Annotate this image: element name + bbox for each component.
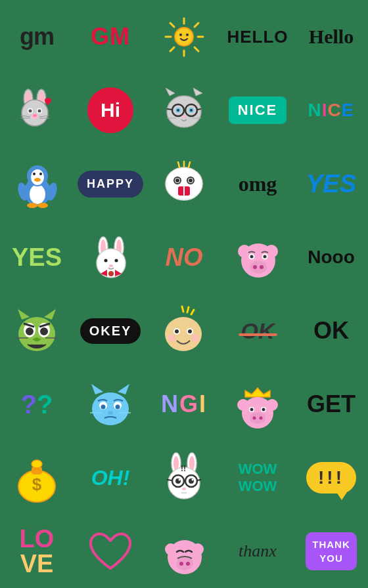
svg-point-90 (26, 327, 34, 335)
ok-strikethrough-text: OK (241, 318, 275, 343)
ghost-blob-icon (160, 161, 209, 207)
text-gm-upper: GM (91, 23, 130, 51)
text-gm-lower: gm (20, 23, 54, 51)
cell-cat-bunny[interactable] (0, 74, 74, 147)
heart-icon (87, 530, 133, 573)
cell-get[interactable]: GET (294, 368, 368, 441)
cell-sun[interactable] (147, 0, 221, 74)
svg-text:$: $ (32, 474, 42, 494)
green-cat-icon (11, 305, 62, 356)
cell-cat-glasses[interactable] (147, 74, 221, 147)
svg-line-139 (197, 480, 201, 480)
cell-pig-crown[interactable] (221, 368, 294, 441)
text-hello-bold: HELLO (227, 27, 288, 47)
cell-ngi[interactable]: NGI (147, 368, 221, 441)
svg-point-9 (179, 33, 182, 36)
cell-oh[interactable]: OH! (74, 441, 147, 514)
hi-bubble: Hi (87, 87, 133, 133)
svg-marker-85 (18, 309, 30, 320)
svg-line-98 (191, 310, 194, 314)
blob-girl-icon (158, 305, 210, 356)
svg-point-103 (188, 329, 192, 333)
cell-bunny-glasses[interactable]: !! (147, 441, 221, 514)
cat-glasses-icon (158, 84, 210, 136)
svg-point-52 (27, 203, 37, 208)
cell-pig-face[interactable] (221, 220, 294, 294)
svg-point-8 (175, 28, 193, 46)
cell-gm-lower[interactable]: gm (0, 0, 74, 74)
cell-exclaim-bubble[interactable]: !!! (294, 441, 368, 514)
cell-okey-bubble[interactable]: OKEY (74, 294, 147, 368)
cat-bunny-icon (11, 84, 63, 136)
money-bag-icon: $ (13, 452, 60, 503)
cell-no-orange[interactable]: NO (147, 220, 221, 294)
svg-point-123 (250, 412, 265, 424)
svg-point-49 (34, 178, 41, 182)
cell-blob-girl[interactable] (147, 294, 221, 368)
cell-question-marks[interactable]: ?? (0, 368, 74, 441)
svg-line-5 (195, 47, 198, 51)
svg-point-38 (182, 116, 186, 118)
svg-text:!!: !! (181, 464, 186, 473)
svg-point-111 (101, 405, 106, 410)
cell-heart[interactable] (74, 514, 147, 588)
cell-love[interactable]: LO VE (0, 514, 74, 588)
cell-yes-green[interactable]: YES (0, 220, 74, 294)
text-hello-normal: Hello (309, 26, 354, 48)
svg-point-73 (109, 264, 113, 267)
svg-line-33 (197, 109, 201, 110)
cell-omg[interactable]: omg (221, 147, 294, 220)
svg-point-152 (186, 562, 190, 566)
svg-line-32 (167, 109, 172, 110)
cell-ok-strikethrough[interactable]: OK (221, 294, 294, 368)
svg-point-108 (92, 392, 129, 425)
cell-ok-bold[interactable]: OK (294, 294, 368, 368)
question-marks-text: ?? (21, 390, 53, 419)
cell-wow[interactable]: WOWWOW (221, 441, 294, 514)
cell-pig-smile[interactable] (147, 514, 221, 588)
cell-hello-normal[interactable]: Hello (294, 0, 368, 74)
svg-point-128 (32, 460, 42, 468)
svg-point-18 (29, 110, 32, 113)
svg-marker-107 (118, 384, 129, 394)
cell-hi-bubble[interactable]: Hi (74, 74, 147, 147)
cell-bunny-bow[interactable] (74, 220, 147, 294)
svg-point-122 (262, 408, 265, 411)
pig-crown-icon (232, 379, 283, 430)
svg-point-21 (33, 114, 37, 117)
svg-point-142 (179, 479, 181, 481)
svg-line-63 (189, 162, 190, 167)
exclaim-bubble-tail (336, 492, 347, 500)
cell-thanx[interactable]: thanx (221, 514, 294, 588)
svg-point-83 (253, 265, 257, 269)
svg-point-53 (37, 203, 48, 208)
cell-green-cat[interactable] (0, 294, 74, 368)
cell-nice-bubble[interactable]: NICE (221, 74, 294, 147)
cell-nooo[interactable]: Nooo (294, 220, 368, 294)
text-yes-green: YES (12, 243, 62, 272)
cell-penguin[interactable] (0, 147, 74, 220)
sticker-grid: gm GM HELLO Hello (0, 0, 368, 588)
svg-point-35 (177, 109, 179, 112)
cell-thankyou-badge[interactable]: THANK YOU (294, 514, 368, 588)
cell-nice-colored[interactable]: NICE (294, 74, 368, 147)
cell-money-bag[interactable]: $ (0, 441, 74, 514)
svg-point-143 (192, 479, 194, 481)
cell-gm-upper[interactable]: GM (74, 0, 147, 74)
svg-point-10 (186, 33, 189, 36)
svg-line-7 (170, 47, 174, 51)
cell-yes-blue[interactable]: YES (294, 147, 368, 220)
svg-point-125 (260, 417, 263, 420)
svg-point-105 (191, 334, 199, 342)
cell-blue-cat[interactable] (74, 368, 147, 441)
svg-point-80 (250, 255, 253, 258)
love-ve: VE (20, 551, 54, 576)
penguin-icon (12, 158, 62, 210)
cell-happy-bubble[interactable]: HAPPY (74, 147, 147, 220)
cell-ghost-blob[interactable] (147, 147, 221, 220)
cell-hello-bold[interactable]: HELLO (221, 0, 294, 74)
pig-face-icon (233, 233, 283, 282)
ok-strikethrough-container: OK (241, 318, 275, 344)
bunny-bow-icon (86, 233, 135, 282)
text-omg: omg (239, 172, 277, 196)
